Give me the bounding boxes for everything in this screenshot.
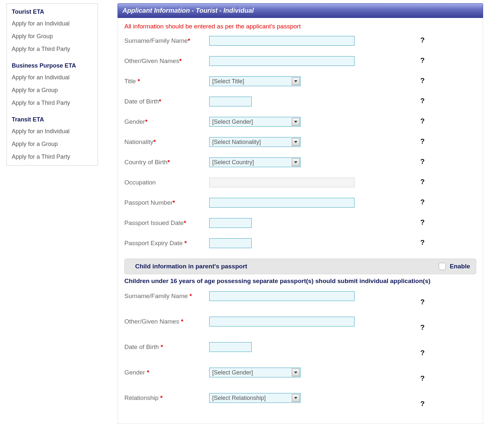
control-wrap: [Select Country] bbox=[209, 157, 412, 167]
field-label: Relationship * bbox=[124, 393, 209, 402]
help-icon[interactable]: ? bbox=[420, 76, 425, 85]
applicant-date-input-10[interactable] bbox=[209, 238, 252, 248]
applicant-select-4[interactable]: [Select Gender] bbox=[209, 117, 301, 127]
field-label: Passport Expiry Date * bbox=[124, 238, 209, 247]
select-placeholder: [Select Nationality] bbox=[210, 139, 292, 146]
help-icon[interactable]: ? bbox=[420, 298, 425, 306]
control-wrap bbox=[209, 178, 412, 187]
form-row: Nationality*[Select Nationality]? bbox=[124, 137, 476, 147]
required-star: * bbox=[161, 343, 163, 350]
help-icon[interactable]: ? bbox=[420, 218, 425, 226]
field-label: Date of Birth* bbox=[124, 97, 209, 105]
select-placeholder: [Select Relationship] bbox=[210, 395, 292, 402]
applicant-date-input-3[interactable] bbox=[209, 97, 252, 106]
enable-label: Enable bbox=[450, 263, 470, 270]
help-cell: ? bbox=[412, 317, 425, 332]
enable-wrap: Enable bbox=[439, 263, 470, 270]
child-select-3[interactable]: [Select Gender] bbox=[209, 368, 301, 377]
control-wrap bbox=[209, 97, 412, 106]
applicant-date-input-9[interactable] bbox=[209, 218, 252, 228]
control-wrap bbox=[209, 198, 412, 208]
chevron-down-icon[interactable] bbox=[292, 394, 300, 402]
form-row: Occupation? bbox=[124, 178, 476, 187]
control-wrap bbox=[209, 56, 412, 66]
help-cell: ? bbox=[412, 76, 425, 85]
control-wrap: [Select Nationality] bbox=[209, 137, 412, 147]
help-icon[interactable]: ? bbox=[420, 157, 425, 166]
form-row: Passport Issued Date*? bbox=[124, 218, 476, 228]
form-row: Passport Expiry Date *? bbox=[124, 238, 476, 248]
sidebar-section-transit: Transit ETA Apply for an Individual Appl… bbox=[12, 116, 93, 160]
control-wrap bbox=[209, 238, 412, 248]
help-cell: ? bbox=[412, 178, 425, 186]
control-wrap bbox=[209, 36, 412, 46]
help-icon[interactable]: ? bbox=[420, 137, 425, 145]
sidebar-item-business-individual[interactable]: Apply for an Individual bbox=[12, 74, 93, 81]
required-star: * bbox=[184, 219, 186, 226]
field-label: Passport Issued Date* bbox=[124, 218, 209, 227]
help-icon[interactable]: ? bbox=[420, 178, 425, 186]
sidebar-heading: Business Purpose ETA bbox=[12, 62, 93, 69]
form-row: Relationship *[Select Relationship]? bbox=[124, 393, 476, 408]
sidebar-section-business: Business Purpose ETA Apply for an Indivi… bbox=[12, 62, 93, 106]
enable-checkbox[interactable] bbox=[439, 263, 446, 270]
control-wrap bbox=[209, 291, 412, 301]
child-fields: Surname/Family Name *?Other/Given Names … bbox=[124, 291, 476, 408]
help-icon[interactable]: ? bbox=[420, 400, 425, 408]
sidebar-heading: Tourist ETA bbox=[12, 8, 93, 15]
sidebar-item-transit-group[interactable]: Apply for a Group bbox=[12, 141, 93, 148]
applicant-text-input-0[interactable] bbox=[209, 36, 354, 46]
help-cell: ? bbox=[412, 198, 425, 206]
chevron-down-icon[interactable] bbox=[292, 158, 300, 166]
applicant-text-input-1[interactable] bbox=[209, 56, 354, 66]
field-label: Surname/Family Name* bbox=[124, 36, 209, 44]
sidebar-item-business-thirdparty[interactable]: Apply for a Third Party bbox=[12, 100, 93, 106]
sidebar-item-business-group[interactable]: Apply for a Group bbox=[12, 87, 93, 94]
panel-body: All information should be entered as per… bbox=[118, 18, 483, 424]
form-row: Gender*[Select Gender]? bbox=[124, 117, 476, 127]
help-icon[interactable]: ? bbox=[420, 323, 425, 331]
chevron-down-icon[interactable] bbox=[292, 138, 300, 146]
sidebar-item-transit-thirdparty[interactable]: Apply for a Third Party bbox=[12, 153, 93, 160]
chevron-down-icon[interactable] bbox=[292, 77, 300, 85]
help-cell: ? bbox=[412, 291, 425, 306]
panel-title: Applicant Information - Tourist - Indivi… bbox=[118, 3, 483, 18]
required-star: * bbox=[147, 369, 149, 376]
applicant-select-5[interactable]: [Select Nationality] bbox=[209, 137, 301, 147]
chevron-down-icon[interactable] bbox=[292, 369, 300, 376]
applicant-select-2[interactable]: [Select Title] bbox=[209, 76, 301, 86]
sidebar-item-tourist-individual[interactable]: Apply for an Individual bbox=[12, 20, 93, 27]
help-icon[interactable]: ? bbox=[420, 36, 425, 44]
sidebar-item-tourist-group[interactable]: Apply for Group bbox=[12, 33, 93, 40]
help-icon[interactable]: ? bbox=[420, 198, 425, 206]
field-label: Date of Birth * bbox=[124, 342, 209, 351]
control-wrap: [Select Gender] bbox=[209, 368, 412, 377]
child-text-input-1[interactable] bbox=[209, 317, 354, 326]
required-star: * bbox=[137, 78, 140, 85]
help-icon[interactable]: ? bbox=[420, 374, 425, 382]
help-cell: ? bbox=[412, 36, 425, 44]
form-row: Country of Birth*[Select Country]? bbox=[124, 157, 476, 167]
applicant-select-6[interactable]: [Select Country] bbox=[209, 157, 301, 167]
child-section-title: Child information in parent's passport bbox=[131, 263, 439, 270]
help-icon[interactable]: ? bbox=[420, 97, 425, 105]
control-wrap: [Select Relationship] bbox=[209, 393, 412, 403]
control-wrap: [Select Title] bbox=[209, 76, 412, 86]
help-cell: ? bbox=[412, 157, 425, 166]
child-text-input-0[interactable] bbox=[209, 291, 354, 301]
help-cell: ? bbox=[412, 393, 425, 408]
required-star: * bbox=[181, 318, 183, 325]
sidebar-item-transit-individual[interactable]: Apply for an Individual bbox=[12, 128, 93, 135]
help-icon[interactable]: ? bbox=[420, 56, 425, 64]
help-cell: ? bbox=[412, 218, 425, 227]
child-date-input-2[interactable] bbox=[209, 342, 252, 352]
control-wrap bbox=[209, 218, 412, 228]
child-select-4[interactable]: [Select Relationship] bbox=[209, 393, 301, 403]
help-icon[interactable]: ? bbox=[420, 117, 425, 125]
help-icon[interactable]: ? bbox=[420, 238, 425, 246]
applicant-text-input-8[interactable] bbox=[209, 198, 354, 208]
sidebar-item-tourist-thirdparty[interactable]: Apply for a Third Party bbox=[12, 46, 93, 53]
chevron-down-icon[interactable] bbox=[292, 118, 300, 126]
help-icon[interactable]: ? bbox=[420, 349, 425, 357]
required-star: * bbox=[190, 293, 192, 299]
